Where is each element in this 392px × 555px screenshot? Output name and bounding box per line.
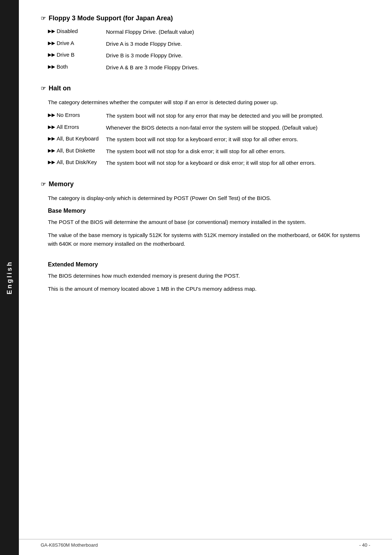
floppy-key-drivea: ▶▶ Drive A (48, 40, 106, 48)
memory-description: The category is display-only which is de… (41, 194, 370, 203)
halt-key-noerrors: ▶▶ No Errors (48, 112, 106, 120)
floppy-key-disabled: ▶▶ Disabled (48, 28, 106, 36)
floppy-icon: ☞ (41, 15, 46, 22)
floppy-section: ☞ Floppy 3 Mode Support (for Japan Area)… (41, 15, 370, 72)
halt-key-butkeyboard: ▶▶ All, But Keyboard (48, 135, 106, 144)
floppy-value-disabled: Normal Floppy Drive. (Default value) (106, 28, 370, 36)
halt-value-butdiskette: The system boot will not stop for a disk… (106, 147, 370, 156)
base-memory-para2: The value of the base memory is typicall… (41, 231, 370, 248)
bullet-icon: ▶▶ (48, 52, 55, 57)
floppy-key-both: ▶▶ Both (48, 64, 106, 72)
memory-title-text: Memory (49, 180, 74, 188)
halt-key-allerrors: ▶▶ All Errors (48, 124, 106, 132)
bullet-icon: ▶▶ (48, 148, 55, 153)
extended-memory-section: Extended Memory The BIOS determines how … (41, 261, 370, 293)
bullet-icon: ▶▶ (48, 136, 55, 141)
halt-option-butdiskette: ▶▶ All, But Diskette The system boot wil… (41, 147, 370, 156)
footer-left: GA-K8S760M Motherboard (41, 542, 98, 548)
floppy-option-drivea: ▶▶ Drive A Drive A is 3 mode Floppy Driv… (41, 40, 370, 48)
floppy-option-driveb: ▶▶ Drive B Drive B is 3 mode Floppy Driv… (41, 52, 370, 60)
bullet-icon: ▶▶ (48, 40, 55, 46)
halt-value-allerrors: Whenever the BIOS detects a non-fatal er… (106, 124, 370, 132)
footer-right: - 40 - (359, 542, 370, 548)
extended-memory-para1: The BIOS determines how much extended me… (41, 272, 370, 280)
floppy-title-text: Floppy 3 Mode Support (for Japan Area) (49, 15, 173, 22)
halt-option-noerrors: ▶▶ No Errors The system boot will not st… (41, 112, 370, 120)
base-memory-title: Base Memory (41, 208, 370, 214)
floppy-option-disabled: ▶▶ Disabled Normal Floppy Drive. (Defaul… (41, 28, 370, 36)
halt-title: ☞ Halt on (41, 85, 370, 92)
halt-option-butkeyboard: ▶▶ All, But Keyboard The system boot wil… (41, 135, 370, 144)
floppy-value-driveb: Drive B is 3 mode Floppy Drive. (106, 52, 370, 60)
bullet-icon: ▶▶ (48, 124, 55, 130)
floppy-key-driveb: ▶▶ Drive B (48, 52, 106, 60)
extended-memory-para2: This is the amount of memory located abo… (41, 285, 370, 293)
footer: GA-K8S760M Motherboard - 40 - (19, 539, 392, 548)
bullet-icon: ▶▶ (48, 112, 55, 118)
floppy-value-drivea: Drive A is 3 mode Floppy Drive. (106, 40, 370, 48)
halt-option-allerrors: ▶▶ All Errors Whenever the BIOS detects … (41, 124, 370, 132)
memory-section: ☞ Memory The category is display-only wh… (41, 180, 370, 293)
memory-icon: ☞ (41, 181, 46, 188)
halt-key-butdiskkey: ▶▶ All, But Disk/Key (48, 159, 106, 167)
halt-title-text: Halt on (49, 85, 71, 92)
sidebar: English (0, 0, 19, 555)
floppy-option-both: ▶▶ Both Drive A & B are 3 mode Floppy Dr… (41, 64, 370, 72)
base-memory-section: Base Memory The POST of the BIOS will de… (41, 208, 370, 248)
halt-key-butdiskette: ▶▶ All, But Diskette (48, 147, 106, 156)
halt-option-butdiskkey: ▶▶ All, But Disk/Key The system boot wil… (41, 159, 370, 167)
floppy-title: ☞ Floppy 3 Mode Support (for Japan Area) (41, 15, 370, 22)
sidebar-label: English (6, 261, 13, 294)
halt-description: The category determines whether the comp… (41, 98, 370, 107)
bullet-icon: ▶▶ (48, 28, 55, 34)
halt-section: ☞ Halt on The category determines whethe… (41, 85, 370, 167)
extended-memory-title: Extended Memory (41, 261, 370, 268)
halt-icon: ☞ (41, 85, 46, 92)
bullet-icon: ▶▶ (48, 64, 55, 69)
bullet-icon: ▶▶ (48, 159, 55, 165)
halt-value-noerrors: The system boot will not stop for any er… (106, 112, 370, 120)
halt-value-butdiskkey: The system boot will not stop for a keyb… (106, 159, 370, 167)
memory-title: ☞ Memory (41, 180, 370, 188)
halt-value-butkeyboard: The system boot will not stop for a keyb… (106, 135, 370, 144)
base-memory-para1: The POST of the BIOS will determine the … (41, 218, 370, 227)
main-content: ☞ Floppy 3 Mode Support (for Japan Area)… (19, 0, 392, 335)
floppy-value-both: Drive A & B are 3 mode Floppy Drives. (106, 64, 370, 72)
